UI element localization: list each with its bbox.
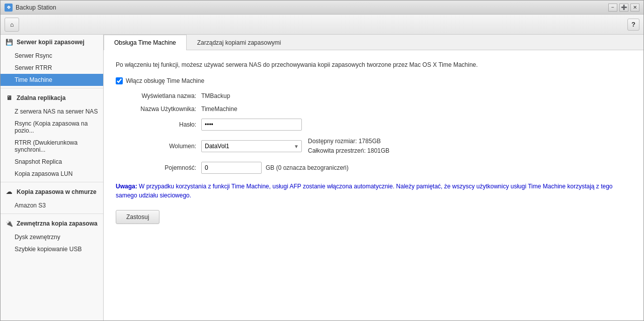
warning-body: W przypadku korzystania z funkcji Time M… xyxy=(116,183,613,199)
app-window: ❖ Backup Station − ➕ ✕ ⌂ ? 💾 Serwer kopi… xyxy=(0,0,644,321)
sidebar-item-nas-to-nas[interactable]: Z serwera NAS na serwer NAS xyxy=(1,105,103,118)
sidebar-item-rtrr-backup[interactable]: RTRR (Dwukierunkowa synchroni... xyxy=(1,137,103,156)
main-area: 💾 Serwer kopii zapasowej Serwer Rsync Se… xyxy=(1,35,643,320)
capacity-input[interactable] xyxy=(201,162,262,174)
sidebar-section-remote-label: Zdalna replikacja xyxy=(17,94,65,101)
title-bar: ❖ Backup Station − ➕ ✕ xyxy=(1,1,643,15)
sidebar-item-time-machine[interactable]: Time Machine xyxy=(1,74,103,86)
display-name-label: Wyświetlana nazwa: xyxy=(116,92,201,99)
volume-row-inner: DataVol1 ▼ Dostępny rozmiar: 1785GB Całk… xyxy=(201,137,389,156)
tab-time-machine-service[interactable]: Obsługa Time Machine xyxy=(104,35,187,50)
display-name-row: Wyświetlana nazwa: TMBackup xyxy=(116,92,631,99)
volume-select-wrap: DataVol1 ▼ xyxy=(201,140,302,152)
title-bar-left: ❖ Backup Station xyxy=(5,4,56,12)
description-text: Po włączeniu tej funkcji, możesz używać … xyxy=(116,60,631,69)
volume-row: Wolumen: DataVol1 ▼ Dostępny rozmiar: 17… xyxy=(116,137,631,156)
cloud-backup-icon: ☁ xyxy=(5,187,14,196)
help-button[interactable]: ? xyxy=(627,19,639,31)
capacity-row: Pojemność: GB (0 oznacza bezograniczeń) xyxy=(116,162,631,174)
sidebar-item-usb-copy[interactable]: Szybkie kopiowanie USB xyxy=(1,243,103,255)
username-row: Nazwa Użytkownika: TimeMachine xyxy=(116,105,631,113)
volume-available: Dostępny rozmiar: 1785GB xyxy=(308,137,389,146)
remote-replication-icon: 🖥 xyxy=(5,93,14,102)
volume-select[interactable]: DataVol1 xyxy=(201,140,302,152)
username-value: TimeMachine xyxy=(201,105,237,113)
home-icon: ⌂ xyxy=(10,21,14,28)
sidebar-item-rtrr-server[interactable]: Serwer RTRR xyxy=(1,62,103,74)
sidebar-section-backup-server[interactable]: 💾 Serwer kopii zapasowej xyxy=(1,35,103,50)
minimize-button[interactable]: − xyxy=(608,4,617,12)
toolbar-home-button[interactable]: ⌂ xyxy=(5,18,19,32)
sidebar-item-snapshot-replica[interactable]: Snapshot Replica xyxy=(1,156,103,168)
sidebar-item-external-disk[interactable]: Dysk zewnętrzny xyxy=(1,231,103,243)
capacity-label: Pojemność: xyxy=(116,164,201,171)
username-label: Nazwa Użytkownika: xyxy=(116,105,201,113)
volume-label: Wolumen: xyxy=(116,143,201,150)
app-icon: ❖ xyxy=(5,4,13,12)
window-controls: − ➕ ✕ xyxy=(608,4,639,12)
divider-2 xyxy=(1,182,103,182)
enable-time-machine-checkbox[interactable] xyxy=(116,77,123,84)
sidebar: 💾 Serwer kopii zapasowej Serwer Rsync Se… xyxy=(1,35,104,320)
capacity-row-inner: GB (0 oznacza bezograniczeń) xyxy=(201,162,349,174)
sidebar-item-rsync-server[interactable]: Serwer Rsync xyxy=(1,50,103,62)
external-backup-icon: 🔌 xyxy=(5,219,14,228)
sidebar-item-rsync-backup[interactable]: Rsync (Kopia zapasowa na pozio... xyxy=(1,118,103,137)
sidebar-item-amazon-s3[interactable]: Amazon S3 xyxy=(1,199,103,211)
tab-manage-backups[interactable]: Zarządzaj kopiami zapasowymi xyxy=(187,35,292,50)
sidebar-section-backup-server-label: Serwer kopii zapasowej xyxy=(17,39,85,46)
warning-text: Uwaga: W przypadku korzystania z funkcji… xyxy=(116,182,631,200)
close-button[interactable]: ✕ xyxy=(630,4,639,12)
window-title: Backup Station xyxy=(16,4,56,11)
tabs: Obsługa Time Machine Zarządzaj kopiami z… xyxy=(104,35,643,50)
backup-server-icon: 💾 xyxy=(5,38,14,47)
capacity-suffix: GB (0 oznacza bezograniczeń) xyxy=(266,164,349,171)
display-name-value: TMBackup xyxy=(201,92,230,99)
password-input[interactable] xyxy=(201,119,302,131)
volume-total: Całkowita przestrzeń: 1801GB xyxy=(308,146,389,156)
toolbar: ⌂ ? xyxy=(1,15,643,35)
password-label: Hasło: xyxy=(116,121,201,128)
sidebar-item-lun-backup[interactable]: Kopia zapasowa LUN xyxy=(1,168,103,180)
apply-button[interactable]: Zastosuj xyxy=(116,210,159,224)
content-area: Obsługa Time Machine Zarządzaj kopiami z… xyxy=(104,35,643,320)
enable-time-machine-label[interactable]: Włącz obsługę Time Machine xyxy=(126,77,204,84)
password-row: Hasło: xyxy=(116,119,631,131)
divider-1 xyxy=(1,88,103,88)
sidebar-section-cloud-label: Kopia zapasowa w chmurze xyxy=(17,188,97,195)
content-body: Po włączeniu tej funkcji, możesz używać … xyxy=(104,50,643,234)
enable-checkbox-row: Włącz obsługę Time Machine xyxy=(116,77,631,84)
sidebar-section-cloud-backup[interactable]: ☁ Kopia zapasowa w chmurze xyxy=(1,184,103,199)
divider-3 xyxy=(1,213,103,214)
maximize-button[interactable]: ➕ xyxy=(619,4,628,12)
volume-info: Dostępny rozmiar: 1785GB Całkowita przes… xyxy=(308,137,389,156)
sidebar-section-remote-replication[interactable]: 🖥 Zdalna replikacja xyxy=(1,90,103,105)
sidebar-section-external-backup[interactable]: 🔌 Zewnętrzna kopia zapasowa xyxy=(1,216,103,231)
warning-bold: Uwaga: xyxy=(116,183,137,190)
sidebar-section-external-label: Zewnętrzna kopia zapasowa xyxy=(17,220,98,227)
